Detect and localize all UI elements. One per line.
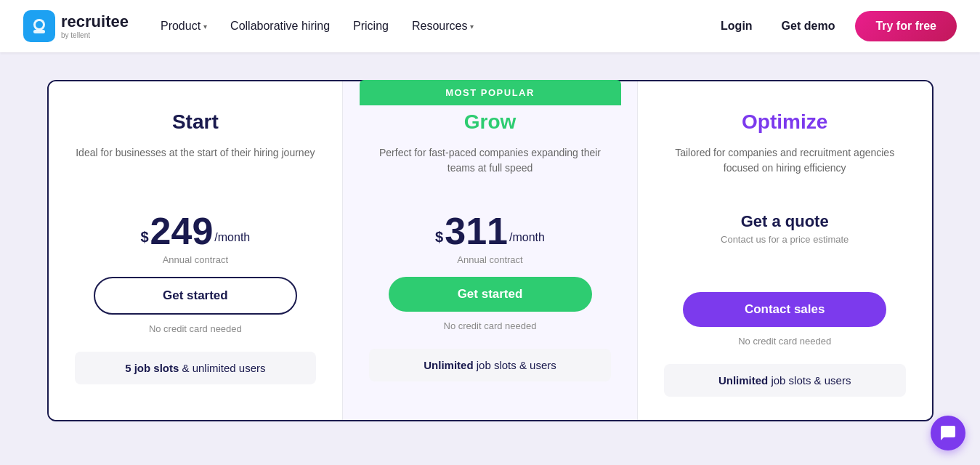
pricing-wrapper: MOST POPULAR Start Ideal for businesses … xyxy=(47,80,934,421)
price-period: /month xyxy=(214,231,250,250)
pricing-cards: Start Ideal for businesses at the start … xyxy=(47,80,934,421)
nav-pricing[interactable]: Pricing xyxy=(344,14,397,39)
plan-start-no-credit: No credit card needed xyxy=(149,323,242,334)
plan-quote-title: Get a quote xyxy=(721,212,849,231)
logo[interactable]: recruitee by tellent xyxy=(23,10,129,42)
plan-start-slots: 5 job slots & unlimited users xyxy=(75,352,317,384)
login-button[interactable]: Login xyxy=(712,14,761,39)
slots-rest: & unlimited users xyxy=(179,362,265,374)
plan-grow: Grow Perfect for fast-paced companies ex… xyxy=(343,81,638,420)
price-spacer: Get a quote Contact us for a price estim… xyxy=(721,212,849,270)
svg-point-1 xyxy=(36,21,43,28)
plan-start-price: $ 249 /month xyxy=(140,212,250,250)
navbar: recruitee by tellent Product ▾ Collabora… xyxy=(0,0,980,52)
try-free-button[interactable]: Try for free xyxy=(855,11,957,41)
logo-sub: by tellent xyxy=(61,31,129,39)
price-amount: 249 xyxy=(150,212,214,250)
plan-optimize-cta[interactable]: Contact sales xyxy=(683,292,886,327)
get-demo-button[interactable]: Get demo xyxy=(773,14,844,39)
plan-grow-price: $ 311 /month xyxy=(435,212,545,250)
nav-collaborative-hiring[interactable]: Collaborative hiring xyxy=(222,14,339,39)
slots-rest: job slots & users xyxy=(474,359,556,371)
logo-icon xyxy=(23,10,55,42)
price-dollar: $ xyxy=(140,229,148,250)
nav-links: Product ▾ Collaborative hiring Pricing R… xyxy=(152,14,712,39)
nav-right: Login Get demo Try for free xyxy=(712,11,957,41)
plan-start-contract: Annual contract xyxy=(163,254,228,265)
plan-start-cta[interactable]: Get started xyxy=(94,277,297,315)
chevron-down-icon: ▾ xyxy=(470,23,474,31)
price-period: /month xyxy=(509,231,545,250)
plan-optimize-desc: Tailored for companies and recruitment a… xyxy=(664,145,906,189)
main-content: MOST POPULAR Start Ideal for businesses … xyxy=(0,80,980,421)
logo-text: recruitee by tellent xyxy=(61,14,129,39)
svg-rect-2 xyxy=(33,30,45,33)
most-popular-banner: MOST POPULAR xyxy=(360,80,621,105)
plan-start-desc: Ideal for businesses at the start of the… xyxy=(76,145,315,189)
plan-grow-slots: Unlimited job slots & users xyxy=(369,349,611,381)
plan-start: Start Ideal for businesses at the start … xyxy=(49,81,344,420)
price-amount: 311 xyxy=(445,212,508,250)
price-dollar: $ xyxy=(435,229,443,250)
plan-optimize-no-credit: No credit card needed xyxy=(738,336,831,347)
plan-grow-desc: Perfect for fast-paced companies expandi… xyxy=(369,145,611,189)
nav-resources[interactable]: Resources ▾ xyxy=(403,14,482,39)
plan-grow-cta[interactable]: Get started xyxy=(389,277,592,312)
chevron-down-icon: ▾ xyxy=(203,23,207,31)
plan-optimize-slots: Unlimited job slots & users xyxy=(664,364,906,397)
plan-grow-name: Grow xyxy=(464,110,517,134)
slots-rest: job slots & users xyxy=(768,374,851,387)
plan-start-name: Start xyxy=(172,110,219,134)
slots-bold: Unlimited xyxy=(424,359,473,371)
nav-product[interactable]: Product ▾ xyxy=(152,14,216,39)
slots-bold: Unlimited xyxy=(718,374,768,387)
plan-grow-no-credit: No credit card needed xyxy=(444,320,537,331)
plan-optimize-name: Optimize xyxy=(742,110,827,134)
logo-name: recruitee xyxy=(61,14,129,30)
chat-bubble[interactable] xyxy=(931,416,965,450)
plan-quote-desc: Contact us for a price estimate xyxy=(721,234,849,245)
plan-grow-contract: Annual contract xyxy=(457,254,522,265)
plan-optimize: Optimize Tailored for companies and recr… xyxy=(638,81,932,420)
slots-bold: 5 job slots xyxy=(125,362,179,374)
